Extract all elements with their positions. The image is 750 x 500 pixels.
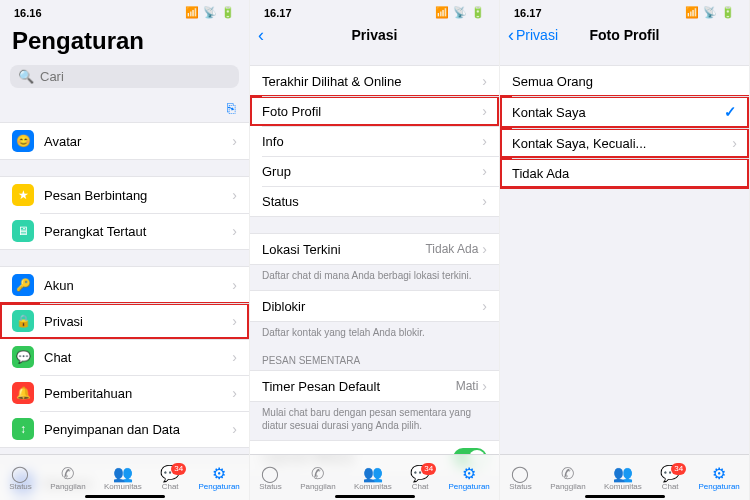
tab-settings[interactable]: ⚙Pengaturan [448,466,489,491]
wifi-icon: 📡 [453,6,467,19]
opt-contacts[interactable]: Kontak Saya✓ [500,96,749,128]
wifi-icon: 📡 [203,6,217,19]
row-notifications[interactable]: 🔔 Pemberitahuan › [0,375,249,411]
tab-chat[interactable]: 💬34Chat [410,466,430,491]
group-visibility: Terakhir Dilihat & Online› Foto Profil› … [250,65,499,217]
tab-calls[interactable]: ✆Panggilan [50,466,86,491]
badge: 34 [671,463,686,475]
row-location[interactable]: Lokasi TerkiniTidak Ada› [250,234,499,264]
timer-footer: Mulai chat baru dengan pesan sementara y… [250,402,499,440]
home-indicator[interactable] [85,495,165,498]
search-field[interactable]: 🔍 [10,65,239,88]
chevron-right-icon: › [482,298,487,314]
page-title: Privasi [352,27,398,43]
gear-icon: ⚙ [462,466,476,482]
phone-icon: ✆ [311,466,324,482]
tab-community[interactable]: 👥Komunitas [104,466,142,491]
page-title: Foto Profil [590,27,660,43]
community-icon: 👥 [113,466,133,482]
row-storage[interactable]: ↕ Penyimpanan dan Data › [0,411,249,447]
signal-icon: 📶 [435,6,449,19]
tab-status[interactable]: ◯Status [509,466,532,491]
row-account[interactable]: 🔑 Akun › [0,267,249,303]
key-icon: 🔑 [12,274,34,296]
search-icon: 🔍 [18,69,34,84]
tab-bar: ◯Status ✆Panggilan 👥Komunitas 💬34Chat ⚙P… [0,454,249,500]
status-icon: ◯ [511,466,529,482]
tab-calls[interactable]: ✆Panggilan [300,466,336,491]
status-bar: 16.16 📶 📡 🔋 [0,0,249,21]
home-indicator[interactable] [585,495,665,498]
status-bar: 16.17 📶📡🔋 [250,0,499,21]
group-account: 🔑 Akun › 🔒 Privasi › 💬 Chat › 🔔 Pemberit… [0,266,249,448]
signal-icon: 📶 [185,6,199,19]
tab-status[interactable]: ◯Status [9,466,32,491]
battery-icon: 🔋 [221,6,235,19]
screen-profile-photo: 16.17 📶📡🔋 ‹Privasi Foto Profil Semua Ora… [500,0,750,500]
chevron-right-icon: › [232,223,237,239]
back-button[interactable]: ‹ [258,26,264,44]
row-blocked[interactable]: Diblokir› [250,291,499,321]
back-button[interactable]: ‹Privasi [508,26,558,44]
opt-everyone[interactable]: Semua Orang [500,66,749,96]
nav-bar: ‹ Privasi [250,21,499,49]
row-label: Avatar [44,134,232,149]
tab-community[interactable]: 👥Komunitas [354,466,392,491]
opt-nobody[interactable]: Tidak Ada [500,158,749,188]
tab-status[interactable]: ◯Status [259,466,282,491]
lock-icon: 🔒 [12,310,34,332]
group-timer: Timer Pesan DefaultMati› [250,370,499,402]
badge: 34 [421,463,436,475]
tab-chat[interactable]: 💬34Chat [660,466,680,491]
row-timer[interactable]: Timer Pesan DefaultMati› [250,371,499,401]
chevron-right-icon: › [732,135,737,151]
screen-settings: 16.16 📶 📡 🔋 Pengaturan 🔍 ⎘ 😊 Avatar › [0,0,250,500]
community-icon: 👥 [613,466,633,482]
row-status[interactable]: Status› [250,186,499,216]
chevron-left-icon: ‹ [508,26,514,44]
section-header-disappearing: PESAN SEMENTARA [250,347,499,370]
tab-settings[interactable]: ⚙Pengaturan [698,466,739,491]
tab-community[interactable]: 👥Komunitas [604,466,642,491]
battery-icon: 🔋 [471,6,485,19]
row-privacy[interactable]: 🔒 Privasi › [0,303,249,339]
clock: 16.17 [514,7,542,19]
chevron-right-icon: › [482,193,487,209]
row-label: Akun [44,278,232,293]
tab-settings[interactable]: ⚙Pengaturan [198,466,239,491]
row-starred[interactable]: ★ Pesan Berbintang › [0,177,249,213]
badge: 34 [171,463,186,475]
chevron-right-icon: › [482,378,487,394]
row-label: Penyimpanan dan Data [44,422,232,437]
tab-calls[interactable]: ✆Panggilan [550,466,586,491]
page-title: Pengaturan [0,21,249,61]
qr-icon[interactable]: ⎘ [227,100,235,116]
group-blocked: Diblokir› [250,290,499,322]
location-footer: Daftar chat di mana Anda berbagi lokasi … [250,265,499,290]
chevron-left-icon: ‹ [258,26,264,44]
home-indicator[interactable] [335,495,415,498]
qr-row: ⎘ [0,96,249,122]
row-profile-photo[interactable]: Foto Profil› [250,96,499,126]
chevron-right-icon: › [482,73,487,89]
row-chat[interactable]: 💬 Chat › [0,339,249,375]
chevron-right-icon: › [232,421,237,437]
gear-icon: ⚙ [712,466,726,482]
screen-privacy: 16.17 📶📡🔋 ‹ Privasi Terakhir Dilihat & O… [250,0,500,500]
opt-except[interactable]: Kontak Saya, Kecuali...› [500,128,749,158]
row-linked-devices[interactable]: 🖥 Perangkat Tertaut › [0,213,249,249]
clock: 16.16 [14,7,42,19]
status-bar: 16.17 📶📡🔋 [500,0,749,21]
tab-chat[interactable]: 💬34Chat [160,466,180,491]
devices-icon: 🖥 [12,220,34,242]
star-icon: ★ [12,184,34,206]
row-info[interactable]: Info› [250,126,499,156]
search-input[interactable] [40,69,231,84]
row-groups[interactable]: Grup› [250,156,499,186]
chat-icon: 💬 [12,346,34,368]
nav-bar: ‹Privasi Foto Profil [500,21,749,49]
row-label: Pesan Berbintang [44,188,232,203]
row-lastseen[interactable]: Terakhir Dilihat & Online› [250,66,499,96]
row-avatar[interactable]: 😊 Avatar › [0,123,249,159]
phone-icon: ✆ [61,466,74,482]
